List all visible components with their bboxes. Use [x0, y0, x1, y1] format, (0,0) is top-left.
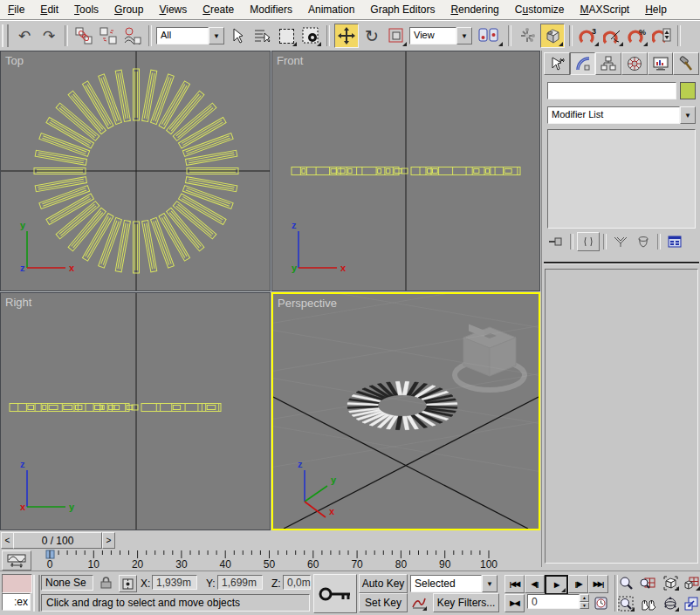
play-button[interactable]: ▶	[545, 575, 568, 595]
remove-modifier-button[interactable]	[633, 233, 654, 250]
time-configuration-button[interactable]	[593, 594, 608, 612]
menu-item-modifiers[interactable]: Modifiers	[242, 1, 300, 19]
utilities-icon	[678, 56, 694, 72]
menu-item-file[interactable]: File	[0, 1, 32, 19]
tab-display[interactable]	[648, 52, 674, 75]
time-slider-track[interactable]: < 0 / 100 >	[0, 530, 539, 550]
arc-rotate-button[interactable]	[661, 595, 680, 612]
menu-item-customize[interactable]: Customize	[507, 1, 573, 19]
zoom-extents-all-button[interactable]	[682, 574, 700, 591]
go-to-start-button[interactable]: |◀◀	[504, 575, 525, 593]
bind-to-space-warp-button[interactable]	[121, 24, 144, 47]
angle-snap-toggle-button[interactable]	[601, 24, 624, 47]
spinner-down-icon[interactable]: ▼	[580, 602, 589, 610]
modifier-stack-list[interactable]	[547, 129, 696, 229]
zoom-extents-button[interactable]	[661, 574, 680, 591]
menu-item-edit[interactable]: Edit	[32, 1, 66, 19]
open-mini-curve-editor-button[interactable]	[2, 550, 31, 571]
window-crossing-button[interactable]	[299, 24, 322, 47]
menu-item-help[interactable]: Help	[637, 1, 675, 19]
svg-text:40: 40	[220, 558, 232, 571]
pin-stack-button[interactable]	[546, 233, 566, 250]
tab-modify[interactable]	[570, 52, 596, 75]
rectangular-selection-region-button[interactable]	[275, 24, 298, 47]
show-end-result-button[interactable]	[577, 232, 600, 251]
key-mode-toggle-button[interactable]: ▶◀	[504, 594, 525, 612]
frame-spinner[interactable]: ▲▼	[580, 594, 589, 609]
reference-coord-dropdown[interactable]: View ▼	[409, 27, 472, 44]
selection-filter-dropdown[interactable]: All ▼	[156, 27, 224, 44]
current-frame-field[interactable]: 0	[527, 594, 580, 609]
set-key-button[interactable]: Set Key	[359, 593, 408, 612]
x-coord-field[interactable]: 1,939m	[152, 575, 197, 590]
select-and-scale-button[interactable]	[385, 24, 408, 47]
viewport-right-label[interactable]: Right	[5, 296, 31, 309]
unlink-selection-button[interactable]	[97, 24, 120, 47]
previous-frame-button[interactable]: ◀||	[525, 575, 545, 593]
spinner-snap-button[interactable]	[650, 24, 673, 47]
pan-view-button[interactable]	[638, 595, 657, 612]
next-frame-button[interactable]: ||▶	[568, 575, 588, 593]
angle-snap-3-button[interactable]: 3	[577, 24, 600, 47]
select-object-button[interactable]	[226, 24, 249, 47]
track-bar-ruler[interactable]: 0102030405060708090100	[30, 550, 539, 571]
viewport-perspective-label[interactable]: Perspective	[278, 297, 337, 310]
menu-item-views[interactable]: Views	[151, 1, 195, 19]
go-to-end-button[interactable]: ▶▶|	[588, 575, 608, 593]
menu-item-group[interactable]: Group	[106, 1, 151, 19]
tab-utilities[interactable]	[673, 52, 699, 75]
viewport-right[interactable]: zyx Right	[0, 292, 271, 530]
select-and-manipulate-button[interactable]	[516, 24, 539, 47]
percent-snap-button[interactable]: %	[626, 24, 649, 47]
menu-item-animation[interactable]: Animation	[300, 1, 362, 19]
macro-recorder-pane[interactable]	[2, 574, 32, 593]
maxscript-mini-listener[interactable]: :ex	[2, 593, 31, 611]
menu-item-rendering[interactable]: Rendering	[443, 1, 506, 19]
select-and-move-button[interactable]	[334, 24, 359, 48]
object-name-field[interactable]	[547, 82, 676, 99]
toolbar-grip[interactable]	[2, 24, 9, 47]
zoom-button[interactable]	[616, 574, 635, 591]
select-and-link-button[interactable]	[72, 24, 95, 47]
configure-modifier-sets-button[interactable]	[664, 233, 685, 250]
modifier-list-dropdown[interactable]: Modifier List ▼	[547, 106, 696, 124]
select-by-name-button[interactable]	[250, 24, 273, 47]
snaps-toggle-button[interactable]	[540, 24, 565, 48]
tab-hierarchy[interactable]	[595, 52, 621, 75]
select-and-rotate-button[interactable]: ↻	[360, 24, 383, 47]
undo-button[interactable]: ↶	[13, 24, 36, 47]
listener-splitter[interactable]	[33, 575, 40, 612]
time-slider-handle[interactable]: 0 / 100	[13, 532, 102, 549]
object-color-swatch[interactable]	[680, 82, 696, 99]
min-max-toggle-button[interactable]	[682, 595, 700, 612]
tab-motion[interactable]	[621, 52, 648, 75]
zoom-all-button[interactable]	[638, 574, 657, 591]
set-keys-button[interactable]	[313, 574, 357, 613]
viewport-front[interactable]: zxy Front	[271, 51, 540, 291]
tab-create[interactable]	[544, 52, 570, 75]
menu-item-tools[interactable]: Tools	[66, 1, 106, 19]
key-filters-button[interactable]: Key Filters...	[433, 593, 499, 612]
menu-item-graph-editors[interactable]: Graph Editors	[362, 1, 443, 19]
viewport-front-label[interactable]: Front	[277, 54, 303, 67]
viewport-perspective[interactable]: zyx Perspective	[271, 292, 540, 530]
selection-lock-button[interactable]	[98, 575, 113, 591]
absolute-mode-button[interactable]	[119, 575, 137, 592]
viewport-top-label[interactable]: Top	[5, 54, 24, 67]
redo-button[interactable]: ↷	[38, 24, 60, 47]
use-pivot-point-button[interactable]	[474, 24, 504, 47]
menu-item-maxscript[interactable]: MAXScript	[573, 1, 638, 19]
z-coord-field[interactable]: 0,0m	[283, 575, 311, 590]
command-panel-tabs	[544, 52, 699, 75]
viewport-top[interactable]: yxz Top	[0, 51, 271, 291]
default-in-out-tangents-button[interactable]	[410, 594, 428, 612]
region-zoom-button[interactable]	[616, 595, 635, 612]
spinner-up-icon[interactable]: ▲	[580, 594, 589, 602]
time-slider-prev-button[interactable]: <	[1, 532, 14, 549]
auto-key-button[interactable]: Auto Key	[359, 574, 408, 593]
time-slider-next-button[interactable]: >	[102, 532, 115, 549]
make-unique-button[interactable]	[610, 233, 631, 250]
menu-item-create[interactable]: Create	[195, 1, 242, 19]
y-coord-field[interactable]: 1,699m	[217, 575, 263, 590]
selection-set-dropdown[interactable]: Selected ▼	[410, 575, 498, 592]
